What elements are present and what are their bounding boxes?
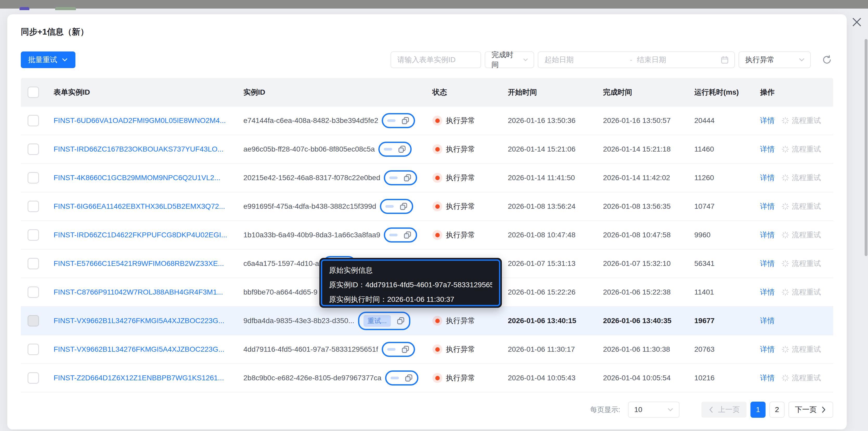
retry-tag[interactable] <box>387 119 396 122</box>
page-number-2[interactable]: 2 <box>770 402 784 418</box>
form-instance-link[interactable]: FINST-6IG66EA11462EBXTHX36LD5B2EMX3Q72..… <box>54 202 225 210</box>
row-checkbox[interactable] <box>28 372 39 384</box>
table-row: FINST-6UD66VA1OAD2FMI9GM0L05IE8WNO2M4...… <box>21 107 833 135</box>
status-dot <box>435 147 440 152</box>
row-checkbox[interactable] <box>28 201 39 212</box>
flow-retry-button[interactable]: 流程重试 <box>781 230 821 240</box>
row-checkbox[interactable] <box>28 258 39 269</box>
finish-time: 2026-01-14 11:42:02 <box>603 174 670 182</box>
batch-retry-button[interactable]: 批量重试 <box>21 52 75 68</box>
status-filter-select[interactable]: 执行异常 <box>739 52 811 68</box>
spinner-icon <box>781 174 789 182</box>
status-dot-halo <box>432 230 442 240</box>
duration-ms: 10216 <box>694 374 715 382</box>
form-instance-link[interactable]: FINST-6UD66VA1OAD2FMI9GM0L05IE8WNO2M4... <box>54 117 226 125</box>
date-start-placeholder: 起始日期 <box>545 55 625 65</box>
retry-tag[interactable] <box>389 234 398 236</box>
copy-icon[interactable] <box>403 174 412 182</box>
flow-retry-button[interactable]: 流程重试 <box>781 287 821 297</box>
flow-retry-button[interactable]: 流程重试 <box>781 259 821 268</box>
finish-time: 2026-01-16 13:50:57 <box>603 117 671 125</box>
instances-table: 表单实例ID 实例ID 状态 开始时间 完成时间 运行耗时(ms) 操作 FIN… <box>21 78 833 393</box>
detail-link[interactable]: 详情 <box>760 287 775 297</box>
status-dot-halo <box>432 373 442 383</box>
form-instance-link[interactable]: FINST-Z2D664D1Z6X12Z1ENBBPB7WG1KS1261... <box>54 374 224 382</box>
detail-link[interactable]: 详情 <box>760 344 775 354</box>
status-text: 执行异常 <box>446 316 475 326</box>
flow-retry-button[interactable]: 流程重试 <box>781 344 821 354</box>
form-instance-link[interactable]: FINST-E57666C1E5421R9WFIMO68RB2WZ33XE... <box>54 259 224 268</box>
copy-icon[interactable] <box>405 374 413 382</box>
copy-icon[interactable] <box>401 117 409 125</box>
row-checkbox[interactable] <box>28 315 39 327</box>
select-all-checkbox[interactable] <box>28 87 39 98</box>
row-checkbox[interactable] <box>28 229 39 241</box>
tooltip-focus-ring: 原始实例信息 原实例ID：4dd79116-4fd5-4601-97a7-583… <box>321 259 500 306</box>
start-time: 2026-01-14 11:41:50 <box>508 174 575 182</box>
flow-retry-button[interactable]: 流程重试 <box>781 173 821 183</box>
retry-tag[interactable] <box>387 348 396 351</box>
detail-link[interactable]: 详情 <box>760 201 775 211</box>
detail-link[interactable]: 详情 <box>760 259 775 268</box>
form-instance-link[interactable]: FINST-VX9662B1L34276FKMGI5A4XJZBOC223G..… <box>54 317 224 325</box>
detail-link[interactable]: 详情 <box>760 144 775 154</box>
page-number-1[interactable]: 1 <box>750 402 766 418</box>
copy-icon[interactable] <box>401 345 409 354</box>
form-instance-link[interactable]: FINST-4K8660C1GCB29MMOM9NPC6Q2U1VL2... <box>54 174 220 182</box>
page-size-select[interactable]: 10 <box>628 402 680 418</box>
table-body: FINST-6UD66VA1OAD2FMI9GM0L05IE8WNO2M4...… <box>21 107 833 393</box>
copy-icon[interactable] <box>399 202 408 210</box>
status-text: 执行异常 <box>446 344 475 354</box>
status-dot <box>435 119 440 123</box>
flow-retry-button[interactable]: 流程重试 <box>781 144 821 154</box>
scrollbar[interactable] <box>864 10 868 431</box>
detail-link[interactable]: 详情 <box>760 316 775 326</box>
background-app-icon <box>20 7 29 10</box>
retry-tag[interactable] <box>389 176 398 179</box>
table-row: FINST-VX9662B1L34276FKMGI5A4XJZBOC223G..… <box>21 335 833 364</box>
instance-id-text: 9dfba4da-9835-43e3-8b23-d350... <box>243 317 354 325</box>
copy-icon[interactable] <box>398 145 406 153</box>
flow-retry-button[interactable]: 流程重试 <box>781 116 821 126</box>
tooltip-title: 原始实例信息 <box>329 265 492 275</box>
search-input[interactable]: 请输入表单实例ID <box>391 52 481 68</box>
retry-tag[interactable] <box>385 205 394 208</box>
start-time: 2026-01-16 13:50:36 <box>508 117 576 125</box>
detail-link[interactable]: 详情 <box>760 230 775 240</box>
copy-icon[interactable] <box>397 317 405 325</box>
retry-tag-focus-ring <box>385 370 418 386</box>
status-filter-value: 执行异常 <box>745 55 774 65</box>
flow-retry-button[interactable]: 流程重试 <box>781 373 821 383</box>
row-checkbox[interactable] <box>28 344 39 355</box>
form-instance-link[interactable]: FINST-IRD66ZC1D4622FKPPUFCG8DKP4U02EGI..… <box>54 231 227 239</box>
row-checkbox[interactable] <box>28 287 39 298</box>
detail-link[interactable]: 详情 <box>760 173 775 183</box>
close-icon[interactable] <box>851 16 863 28</box>
retry-tag[interactable] <box>391 377 399 379</box>
scrollbar-thumb[interactable] <box>865 39 867 256</box>
retry-tag[interactable] <box>384 148 392 151</box>
form-instance-link[interactable]: FINST-C8766P911042W7ROLJ88ABH4GR4F3M1... <box>54 288 223 296</box>
chevron-right-icon <box>820 406 827 413</box>
refresh-icon[interactable] <box>821 54 833 66</box>
row-checkbox[interactable] <box>28 172 39 184</box>
detail-link[interactable]: 详情 <box>760 373 775 383</box>
form-instance-link[interactable]: FINST-VX9662B1L34276FKMGI5A4XJZBOC223G..… <box>54 345 224 354</box>
date-range-picker[interactable]: 起始日期 - 结束日期 <box>538 52 735 68</box>
prev-page-button[interactable]: 上一页 <box>701 402 747 418</box>
next-page-button[interactable]: 下一页 <box>788 402 833 418</box>
flow-retry-button[interactable]: 流程重试 <box>781 201 821 211</box>
row-checkbox[interactable] <box>28 115 39 126</box>
status-text: 执行异常 <box>446 201 475 211</box>
status-dot <box>435 176 440 180</box>
form-instance-link[interactable]: FINST-IRD66ZC167B23OKBOUAKS737YUF43LO... <box>54 145 224 153</box>
sort-field-select[interactable]: 完成时间 <box>485 52 534 68</box>
row-checkbox[interactable] <box>28 143 39 155</box>
copy-icon[interactable] <box>403 231 412 239</box>
instance-id-text: e74144fa-c6ea-408a-8482-b3be394d5fe2 <box>243 117 378 125</box>
detail-link[interactable]: 详情 <box>760 116 775 126</box>
date-end-placeholder: 结束日期 <box>637 55 718 65</box>
start-time: 2026-01-06 11:30:17 <box>508 345 575 354</box>
retry-tag[interactable]: 重试... <box>364 315 391 327</box>
status-text: 执行异常 <box>446 116 475 126</box>
